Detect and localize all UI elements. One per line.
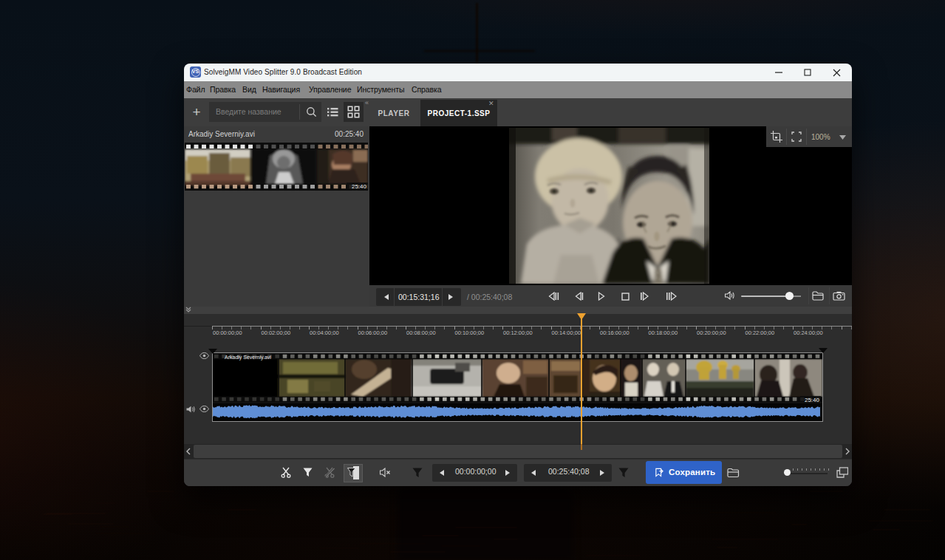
svg-text:25:40: 25:40: [805, 397, 820, 403]
svg-text:Arkadiy Severniy.avi: Arkadiy Severniy.avi: [225, 355, 271, 361]
svg-text:25:40: 25:40: [352, 183, 367, 190]
